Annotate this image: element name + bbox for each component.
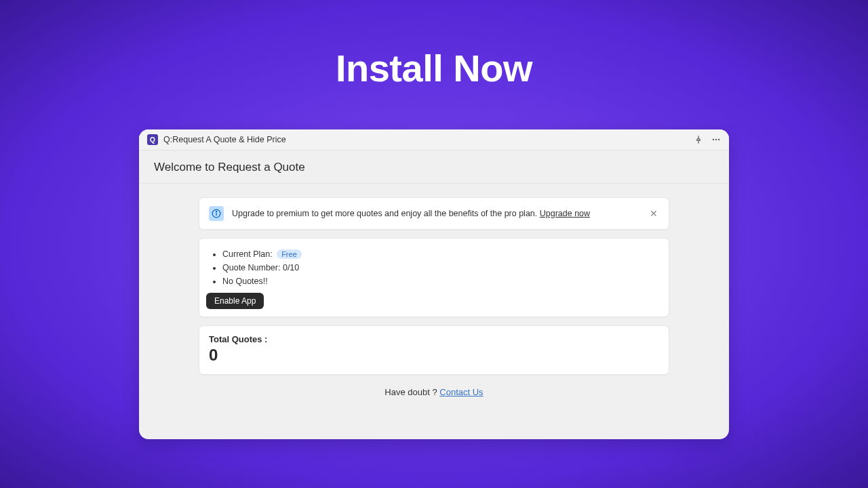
current-plan-label: Current Plan: xyxy=(222,249,273,259)
svg-point-1 xyxy=(715,139,717,140)
hero-title: Install Now xyxy=(0,46,868,90)
contact-row: Have doubt ? Contact Us xyxy=(199,387,669,397)
total-quotes-value: 0 xyxy=(209,346,659,365)
svg-point-0 xyxy=(713,139,714,140)
contact-prefix: Have doubt ? xyxy=(384,387,439,397)
contact-us-link[interactable]: Contact Us xyxy=(439,387,483,397)
svg-point-2 xyxy=(718,139,719,140)
pin-icon[interactable] xyxy=(694,135,703,144)
total-quotes-card: Total Quotes : 0 xyxy=(199,325,669,375)
plan-card: Current Plan: Free Quote Number: 0/10 No… xyxy=(199,238,669,317)
app-header-right xyxy=(694,135,721,144)
page-title: Welcome to Request a Quote xyxy=(139,150,729,184)
close-icon[interactable]: ✕ xyxy=(648,207,659,220)
content-area: Upgrade to premium to get more quotes an… xyxy=(139,184,729,397)
quote-number-row: Quote Number: 0/10 xyxy=(222,262,662,274)
app-header: Q Q:Request A Quote & Hide Price xyxy=(139,129,729,150)
app-name: Q:Request A Quote & Hide Price xyxy=(163,135,286,144)
total-quotes-label: Total Quotes : xyxy=(209,334,659,344)
upgrade-link[interactable]: Upgrade now xyxy=(540,209,590,218)
current-plan-row: Current Plan: Free xyxy=(222,248,662,260)
plan-list: Current Plan: Free Quote Number: 0/10 No… xyxy=(222,248,662,287)
plan-badge: Free xyxy=(277,249,302,259)
app-logo-icon: Q xyxy=(147,134,158,145)
no-quotes-row: No Quotes!! xyxy=(222,275,662,287)
enable-app-button[interactable]: Enable App xyxy=(206,293,264,309)
svg-point-5 xyxy=(216,211,216,212)
app-header-left: Q Q:Request A Quote & Hide Price xyxy=(147,134,286,145)
info-icon xyxy=(209,206,224,221)
app-window: Q Q:Request A Quote & Hide Price Welcome… xyxy=(139,129,729,439)
more-icon[interactable] xyxy=(711,135,721,144)
upgrade-message: Upgrade to premium to get more quotes an… xyxy=(232,209,540,218)
upgrade-banner: Upgrade to premium to get more quotes an… xyxy=(199,197,669,230)
upgrade-text: Upgrade to premium to get more quotes an… xyxy=(232,209,640,218)
